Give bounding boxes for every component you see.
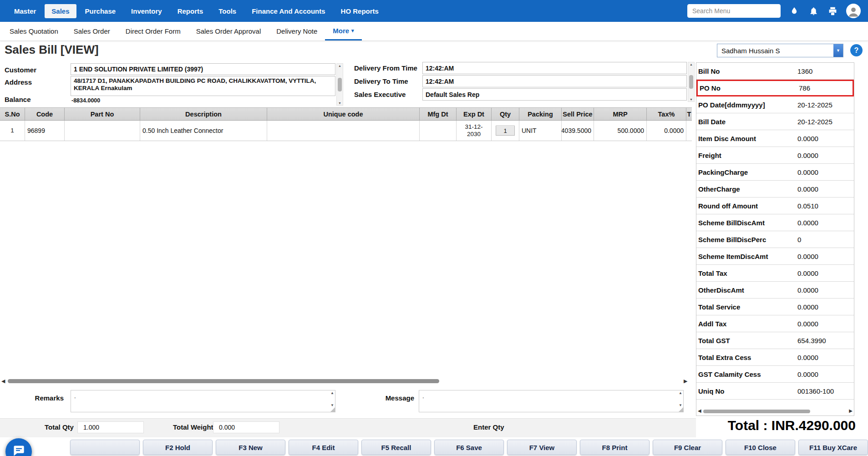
remarks-textarea[interactable]: . ▲ ▼ [71, 390, 335, 412]
tab-delivery-note[interactable]: Delivery Note [269, 22, 325, 41]
delivery-to-time-label: Delivery To Time [354, 77, 408, 85]
col-description[interactable]: Description [140, 108, 267, 120]
f3-new-button[interactable]: F3 New [216, 440, 285, 455]
summary-value: 0.0000 [797, 320, 818, 328]
customer-panel-scrollbar[interactable]: ▲ ▼ [336, 63, 343, 106]
menu-inventory[interactable]: Inventory [124, 4, 169, 19]
f11-buy-xcare-button[interactable]: F11 Buy XCare [798, 440, 868, 455]
scroll-right-icon[interactable]: ▶ [684, 378, 687, 384]
scroll-left-icon[interactable]: ◀ [1, 378, 5, 384]
page-title: Sales Bill [VIEW] [5, 43, 99, 57]
paint-drop-icon[interactable] [789, 5, 800, 16]
notifications-bell-icon[interactable] [808, 5, 819, 16]
scrollbar-thumb[interactable] [703, 410, 810, 413]
f9-clear-button[interactable]: F9 Clear [653, 440, 722, 455]
col-sno[interactable]: S.No [0, 108, 25, 120]
tab-more[interactable]: More ▾ [325, 22, 361, 41]
col-part-no[interactable]: Part No [65, 108, 140, 120]
scroll-up-icon[interactable]: ▲ [679, 391, 682, 395]
scroll-right-icon[interactable]: ▶ [849, 408, 853, 413]
tab-sales-order[interactable]: Sales Order [66, 22, 118, 41]
summary-label: PO Date[ddmmyyyy] [698, 101, 797, 109]
scroll-up-icon[interactable]: ▲ [330, 391, 334, 395]
resize-grip-icon[interactable] [679, 407, 683, 412]
delivery-panel-scrollbar[interactable]: ▲ ▼ [688, 62, 695, 102]
summary-value: 001360-100 [797, 387, 834, 395]
col-unique-code[interactable]: Unique code [267, 108, 420, 120]
cell-qty: 1 [492, 121, 519, 141]
col-code[interactable]: Code [25, 108, 65, 120]
menu-reports[interactable]: Reports [171, 4, 210, 19]
f1-button[interactable] [70, 440, 140, 455]
scrollbar-thumb[interactable] [338, 78, 342, 91]
f6-save-button[interactable]: F6 Save [434, 440, 504, 455]
qty-input[interactable]: 1 [496, 126, 515, 136]
menu-purchase[interactable]: Purchase [78, 4, 123, 19]
scroll-down-icon[interactable]: ▼ [330, 403, 334, 407]
f8-print-button[interactable]: F8 Print [580, 440, 650, 455]
summary-row-bill-date: Bill Date20-12-2025 [696, 113, 854, 130]
summary-row-total-tax: Total Tax0.0000 [696, 265, 854, 282]
menu-finance-and-accounts[interactable]: Finance And Accounts [245, 4, 332, 19]
summary-row-freight: Freight0.0000 [696, 147, 854, 164]
summary-row-otherdiscamt: OtherDiscAmt0.0000 [696, 282, 854, 299]
scroll-down-icon[interactable]: ▼ [690, 98, 693, 101]
delivery-to-time-field[interactable]: 12:42:AM [422, 75, 687, 87]
total-weight-field[interactable]: 0.000 [213, 421, 279, 433]
summary-label: Item Disc Amount [698, 135, 797, 142]
sales-executive-field[interactable]: Default Sales Rep [422, 88, 687, 101]
f10-close-button[interactable]: F10 Close [726, 440, 795, 455]
f2-hold-button[interactable]: F2 Hold [143, 440, 213, 455]
customer-field[interactable]: 1 END SOLUTION PRIVATE LIMITED (3997) [71, 63, 335, 75]
total-qty-field[interactable]: 1.000 [77, 421, 144, 433]
search-input[interactable] [687, 4, 781, 18]
col-exp-dt[interactable]: Exp Dt [457, 108, 492, 120]
summary-label: GST Calamity Cess [698, 370, 797, 378]
col-mrp[interactable]: MRP [594, 108, 647, 120]
summary-value: 786 [799, 84, 810, 92]
scroll-down-icon[interactable]: ▼ [338, 101, 341, 105]
summary-row-po-date: PO Date[ddmmyyyy]20-12-2025 [696, 96, 854, 113]
sales-submenu: Sales Quotation Sales Order Direct Order… [0, 22, 868, 41]
menu-sales[interactable]: Sales [45, 4, 76, 18]
scroll-up-icon[interactable]: ▲ [690, 63, 693, 66]
scroll-down-icon[interactable]: ▼ [679, 403, 682, 407]
resize-grip-icon[interactable] [330, 407, 335, 412]
cell-packing: UNIT [519, 121, 562, 141]
col-mfg-dt[interactable]: Mfg Dt [420, 108, 457, 120]
help-button[interactable]: ? [850, 44, 863, 56]
scroll-up-icon[interactable]: ▲ [338, 64, 341, 67]
tab-direct-order-form[interactable]: Direct Order Form [118, 22, 188, 41]
delivery-from-time-field[interactable]: 12:42:AM [422, 62, 687, 74]
f5-recall-button[interactable]: F5 Recall [361, 440, 431, 455]
table-row[interactable]: 1 96899 0.50 Inch Leather Connector 31-1… [0, 121, 692, 141]
summary-label: Freight [698, 152, 797, 159]
chat-bubble-icon [12, 444, 25, 456]
summary-row-bill-no: Bill No1360 [696, 63, 854, 80]
user-avatar[interactable] [846, 4, 861, 18]
col-cut[interactable]: T [686, 108, 692, 120]
salesman-dropdown-value: Sadham Hussain S [717, 47, 833, 55]
address-field[interactable]: 48/1717 D1, PANAKKAPADATH BUILDING PC RO… [71, 76, 335, 96]
menu-master[interactable]: Master [7, 4, 43, 19]
scrollbar-thumb[interactable] [689, 75, 693, 89]
table-horizontal-scrollbar[interactable]: ◀ ▶ [0, 377, 692, 385]
f7-view-button[interactable]: F7 View [507, 440, 577, 455]
printer-icon[interactable] [827, 5, 838, 16]
menu-ho-reports[interactable]: HO Reports [334, 4, 386, 19]
scroll-left-icon[interactable]: ◀ [698, 408, 701, 413]
col-sell-price[interactable]: Sell Price [562, 108, 594, 120]
summary-row-other-charge: OtherCharge0.0000 [696, 181, 854, 198]
tab-sales-order-approval[interactable]: Sales Order Approval [188, 22, 269, 41]
col-tax-pct[interactable]: Tax% [647, 108, 686, 120]
salesman-dropdown[interactable]: Sadham Hussain S ▼ [717, 44, 843, 57]
message-textarea[interactable]: . ▲ ▼ [419, 390, 684, 412]
menu-tools[interactable]: Tools [212, 4, 243, 19]
col-qty[interactable]: Qty [492, 108, 519, 120]
f4-edit-button[interactable]: F4 Edit [289, 440, 358, 455]
tab-sales-quotation[interactable]: Sales Quotation [2, 22, 66, 41]
col-packing[interactable]: Packing [519, 108, 562, 120]
customer-label: Customer [5, 66, 36, 74]
summary-horizontal-scrollbar[interactable]: ◀ ▶ [696, 408, 854, 415]
scrollbar-thumb[interactable] [8, 379, 439, 383]
